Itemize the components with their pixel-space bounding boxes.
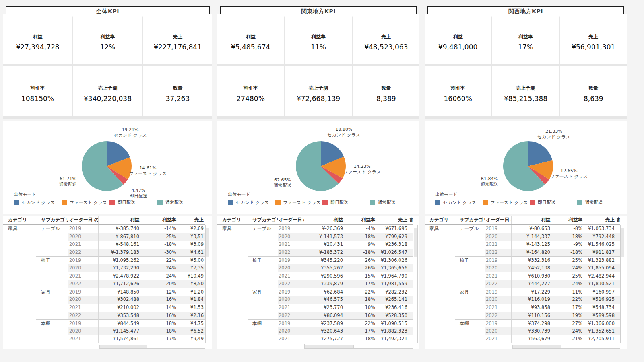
column-header-3[interactable]: オーダー日 の年 [278,216,304,224]
table-row[interactable]: 2022¥339,87917%¥1,981,559 [217,280,413,288]
kpi-card-3[interactable]: 売上¥227,176,841 [143,14,212,64]
table-row[interactable]: 家具2019¥62,68422%¥282,232 [217,288,413,296]
column-header-6[interactable]: 売上 [377,216,409,224]
legend-item-セカンド クラス[interactable]: セカンド クラス [435,200,483,206]
column-header-3[interactable]: オーダー日 の年 [485,216,512,224]
vertical-scrollbar-thumb[interactable] [621,228,624,257]
table-row[interactable]: 2020¥320,64317%¥1,882,323 [217,327,413,335]
table-row[interactable]: 2021¥563,67921%¥2,705,911 [425,335,620,343]
table-row[interactable]: 2021¥-548,161-18%¥3,09 [3,241,205,249]
kpi-card-2[interactable]: 利益率11% [285,14,351,64]
table-row[interactable]: 2020¥302,48816%¥1,84 [3,296,205,304]
kpi-card-5[interactable]: 売上予測¥85,215,388 [492,66,559,116]
kpi-card-2[interactable]: 利益率17% [492,14,559,64]
table-row[interactable]: 2021¥610,93025%¥2,482,944 [425,272,620,280]
table-row[interactable]: 2022¥-1,379,183-30%¥4,61 [3,249,205,257]
legend-item-即日配送[interactable]: 即日配送 [322,200,370,206]
legend-item-セカンド クラス[interactable]: セカンド クラス [14,200,62,206]
table-row[interactable]: 2021¥-143,125-9%¥1,546,025 [425,241,620,249]
table-row[interactable]: 椅子2019¥332,31625%¥1,323,882 [425,256,620,264]
kpi-card-1[interactable]: 利益¥27,394,728 [3,14,72,64]
horizontal-scrollbar-thumb[interactable] [99,345,147,348]
legend-item-セカンド クラス[interactable]: セカンド クラス [228,200,275,206]
legend-item-通常配送[interactable]: 通常配送 [157,200,205,206]
column-header-5[interactable]: 利益率 [552,216,584,224]
kpi-card-2[interactable]: 利益率12% [73,14,142,64]
table-row[interactable]: 椅子2019¥345,22026%¥1,306,026 [217,256,413,264]
table-row[interactable]: 家具2019¥148,85012%¥1,20 [3,288,205,296]
table-row[interactable]: 家具テーブル2019¥-80,653-8%¥1,053,734 [425,225,620,233]
horizontal-scrollbar-thumb[interactable] [305,345,354,348]
kpi-card-4[interactable]: 割引率27480% [217,66,284,116]
kpi-card-1[interactable]: 利益¥5,485,674 [217,14,284,64]
horizontal-scrollbar-thumb[interactable] [512,345,561,348]
table-row[interactable]: 2021¥2,478,92224%¥10,49 [3,272,205,280]
legend-item-通常配送[interactable]: 通常配送 [370,200,417,206]
table-row[interactable]: 本棚2019¥844,54918%¥4,75 [3,319,205,327]
kpi-card-6[interactable]: 数量8,639 [560,66,627,116]
table-row[interactable]: 本棚2019¥237,58922%¥1,090,515 [217,319,413,327]
legend-item-即日配送[interactable]: 即日配送 [109,200,157,206]
table-row[interactable]: 2022¥-164,820-18%¥911,817 [425,249,620,257]
column-header-1[interactable]: カテゴリ [3,216,36,224]
kpi-card-3[interactable]: 売上¥48,523,063 [353,14,419,64]
table-row[interactable]: 2021¥1,574,86117%¥9,49 [3,335,205,343]
table-row[interactable]: 2020¥330,73924%¥1,352,651 [425,327,620,335]
kpi-card-4[interactable]: 割引率108150% [3,66,72,116]
vertical-scrollbar-track[interactable] [205,225,210,343]
table-row[interactable]: 2022¥86,09416%¥528,350 [217,312,413,320]
table-row[interactable]: 2022¥353,54816%¥2,16 [3,312,205,320]
kpi-card-3[interactable]: 売上¥56,901,301 [560,14,627,64]
vertical-scrollbar-thumb[interactable] [414,228,417,257]
kpi-card-1[interactable]: 利益¥9,481,000 [425,14,491,64]
table-row[interactable]: 2021¥93,85817%¥548,734 [425,304,620,312]
vertical-scrollbar-track[interactable] [413,225,418,343]
column-header-2[interactable]: サブカテゴリ [455,216,485,224]
column-header-6[interactable]: 売上 [178,216,205,224]
horizontal-scrollbar-track[interactable] [99,344,205,349]
vertical-scrollbar-thumb[interactable] [206,228,209,257]
table-row[interactable]: 2020¥355,26226%¥1,365,656 [217,264,413,272]
legend-item-通常配送[interactable]: 通常配送 [577,200,625,206]
kpi-card-4[interactable]: 割引率16060% [425,66,491,116]
legend-item-ファースト クラス[interactable]: ファースト クラス [62,200,109,206]
column-header-2[interactable]: サブカテゴリ [248,216,278,224]
kpi-card-6[interactable]: 数量8,389 [353,66,419,116]
legend-item-ファースト クラス[interactable]: ファースト クラス [483,200,530,206]
column-header-6[interactable]: 売上 [584,216,616,224]
column-header-3[interactable]: オーダー日 の年 [68,216,99,224]
table-row[interactable]: 2021¥290,59615%¥1,964,790 [217,272,413,280]
legend-item-ファースト クラス[interactable]: ファースト クラス [275,200,323,206]
column-header-5[interactable]: 利益率 [345,216,377,224]
horizontal-scrollbar-track[interactable] [512,344,620,349]
column-header-4[interactable]: 利益 [99,216,141,224]
table-row[interactable]: 本棚2019¥374,29827%¥1,366,000 [425,319,620,327]
table-row[interactable]: 2021¥23,77010%¥236,416 [217,304,413,312]
table-row[interactable]: 家具2019¥17,22911%¥160,997 [425,288,620,296]
table-row[interactable]: 2021¥20,4319%¥236,318 [217,241,413,249]
table-row[interactable]: 家具テーブル2019¥-26,369-4%¥671,695 [217,225,413,233]
column-header-clipped[interactable]: 割引率 [409,216,413,224]
column-header-1[interactable]: カテゴリ [425,216,455,224]
column-header-clipped[interactable]: 割引率 [616,216,620,224]
table-row[interactable]: 2020¥-141,573-18%¥799,629 [217,233,413,241]
table-row[interactable]: 2022¥1,712,62620%¥8,50 [3,280,205,288]
table-row[interactable]: 2020¥-144,337-18%¥792,448 [425,233,620,241]
table-row[interactable]: 2020¥116,01922%¥516,925 [425,296,620,304]
table-row[interactable]: 家具テーブル2019¥-385,740-14%¥2,69 [3,225,205,233]
column-header-4[interactable]: 利益 [512,216,552,224]
column-header-4[interactable]: 利益 [304,216,345,224]
vertical-scrollbar-track[interactable] [620,225,625,343]
table-row[interactable]: 2021¥210,00214%¥1,53 [3,304,205,312]
table-row[interactable]: 2020¥452,13824%¥1,855,094 [425,264,620,272]
legend-item-即日配送[interactable]: 即日配送 [530,200,577,206]
table-row[interactable]: 2020¥46,57518%¥265,141 [217,296,413,304]
kpi-card-6[interactable]: 数量37,263 [143,66,212,116]
table-row[interactable]: 2022¥-183,372-18%¥1,026,547 [217,249,413,257]
column-header-1[interactable]: カテゴリ [217,216,248,224]
table-row[interactable]: 2022¥110,15619%¥589,598 [425,312,620,320]
column-header-5[interactable]: 利益率 [141,216,178,224]
horizontal-scrollbar-track[interactable] [304,344,413,349]
table-row[interactable]: 2020¥1,732,29024%¥7,35 [3,264,205,272]
table-row[interactable]: 2020¥1,145,47718%¥6,52 [3,327,205,335]
